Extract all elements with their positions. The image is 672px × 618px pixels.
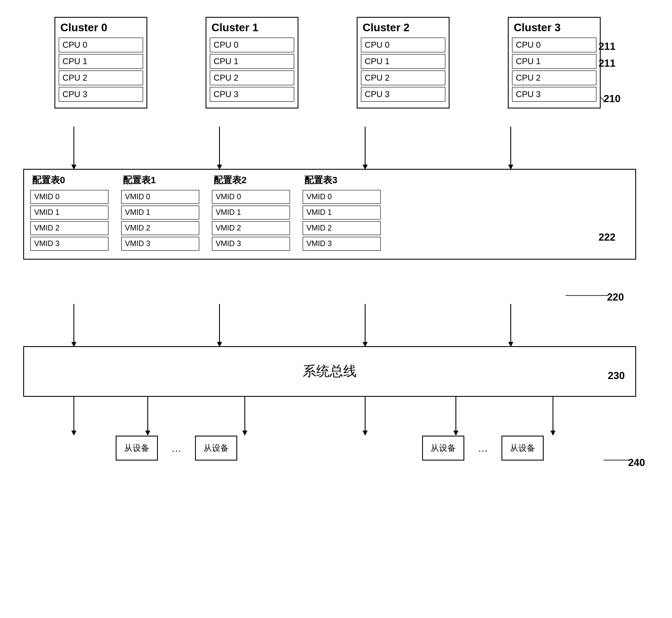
config-0-vmid1: VMID 1 <box>30 206 108 220</box>
config-3-title: 配置表3 <box>303 174 381 187</box>
cluster-1: Cluster 1 CPU 0 CPU 1 CPU 2 CPU 3 <box>206 17 298 108</box>
cluster-3-cpu1: CPU 1 <box>512 54 596 69</box>
config-3: 配置表3 VMID 0 VMID 1 VMID 2 VMID 3 <box>303 174 381 252</box>
cluster-1-cpu1: CPU 1 <box>210 54 294 69</box>
config-1-vmid2: VMID 2 <box>121 221 199 235</box>
diagram: Cluster 0 CPU 0 CPU 1 CPU 2 CPU 3 Cluste… <box>0 0 672 618</box>
cluster-2-cpu2: CPU 2 <box>361 70 445 85</box>
config-1-vmid1: VMID 1 <box>121 206 199 220</box>
config-3-vmid0: VMID 0 <box>303 190 381 204</box>
config-container: 配置表0 VMID 0 VMID 1 VMID 2 VMID 3 配置表1 VM… <box>23 169 636 260</box>
config-3-vmid3: VMID 3 <box>303 237 381 251</box>
cluster-1-cpu0: CPU 0 <box>210 38 294 52</box>
cluster-0-cpu1: CPU 1 <box>59 54 143 69</box>
cluster-1-cpu2: CPU 2 <box>210 70 294 85</box>
cluster-0-cpu2: CPU 2 <box>59 70 143 85</box>
svg-marker-27 <box>550 431 555 436</box>
cluster-1-title: Cluster 1 <box>210 21 294 34</box>
config-2-title: 配置表2 <box>212 174 290 187</box>
config-1: 配置表1 VMID 0 VMID 1 VMID 2 VMID 3 <box>121 174 199 252</box>
cluster-2-title: Cluster 2 <box>361 21 445 34</box>
config-2-vmid1: VMID 1 <box>212 206 290 220</box>
sysbus-container: 系统总线 <box>23 346 636 397</box>
ref-211a: 211 <box>599 41 615 52</box>
config-2-vmid2: VMID 2 <box>212 221 290 235</box>
slave-group-right: 从设备 … 从设备 <box>422 436 544 461</box>
slave-device-2: 从设备 <box>195 436 237 461</box>
svg-marker-17 <box>71 431 76 436</box>
slave-dots-right: … <box>473 442 493 454</box>
config-1-title: 配置表1 <box>121 174 199 187</box>
cluster-3: Cluster 3 CPU 0 CPU 1 CPU 2 CPU 3 <box>508 17 601 108</box>
config-3-vmid2: VMID 2 <box>303 221 381 235</box>
cluster-0-cpu3: CPU 3 <box>59 87 143 102</box>
cluster-0: Cluster 0 CPU 0 CPU 1 CPU 2 CPU 3 <box>54 17 147 108</box>
config-3-vmid1: VMID 1 <box>303 206 381 220</box>
ref-240: 240 <box>628 457 645 469</box>
ref-220: 220 <box>607 291 624 303</box>
config-0-vmid3: VMID 3 <box>30 237 108 251</box>
config-1-vmid3: VMID 3 <box>121 237 199 251</box>
cluster-0-title: Cluster 0 <box>59 21 143 34</box>
config-2-vmid3: VMID 3 <box>212 237 290 251</box>
svg-marker-19 <box>145 431 150 436</box>
config-0: 配置表0 VMID 0 VMID 1 VMID 2 VMID 3 <box>30 174 108 252</box>
svg-marker-21 <box>242 431 247 436</box>
cluster-2: Cluster 2 CPU 0 CPU 1 CPU 2 CPU 3 <box>357 17 450 108</box>
cluster-3-cpu3: CPU 3 <box>512 87 596 102</box>
config-2-vmid0: VMID 0 <box>212 190 290 204</box>
svg-marker-25 <box>453 431 458 436</box>
config-0-vmid0: VMID 0 <box>30 190 108 204</box>
ref-210: 210 <box>604 93 621 105</box>
cluster-2-cpu3: CPU 3 <box>361 87 445 102</box>
ref-222: 222 <box>599 231 615 243</box>
config-0-title: 配置表0 <box>30 174 108 187</box>
cluster-1-cpu3: CPU 3 <box>210 87 294 102</box>
slave-row: 从设备 … 从设备 从设备 … 从设备 <box>23 436 636 461</box>
slave-device-4: 从设备 <box>501 436 544 461</box>
cluster-3-cpu2: CPU 2 <box>512 70 596 85</box>
cluster-3-title: Cluster 3 <box>512 21 596 34</box>
config-0-vmid2: VMID 2 <box>30 221 108 235</box>
config-1-vmid0: VMID 0 <box>121 190 199 204</box>
slave-group-left: 从设备 … 从设备 <box>116 436 237 461</box>
cluster-row: Cluster 0 CPU 0 CPU 1 CPU 2 CPU 3 Cluste… <box>25 17 630 108</box>
cluster-2-cpu1: CPU 1 <box>361 54 445 69</box>
sysbus-label: 系统总线 <box>303 362 357 381</box>
config-inner: 配置表0 VMID 0 VMID 1 VMID 2 VMID 3 配置表1 VM… <box>24 170 635 259</box>
slave-dots-left: … <box>166 442 187 454</box>
cluster-0-cpu0: CPU 0 <box>59 38 143 52</box>
cluster-3-cpu0: CPU 0 <box>512 38 596 52</box>
svg-marker-23 <box>363 431 368 436</box>
ref-211b: 211 <box>599 57 615 69</box>
slave-device-1: 从设备 <box>116 436 158 461</box>
ref-230: 230 <box>608 370 625 382</box>
cluster-2-cpu0: CPU 0 <box>361 38 445 52</box>
config-2: 配置表2 VMID 0 VMID 1 VMID 2 VMID 3 <box>212 174 290 252</box>
slave-device-3: 从设备 <box>422 436 464 461</box>
